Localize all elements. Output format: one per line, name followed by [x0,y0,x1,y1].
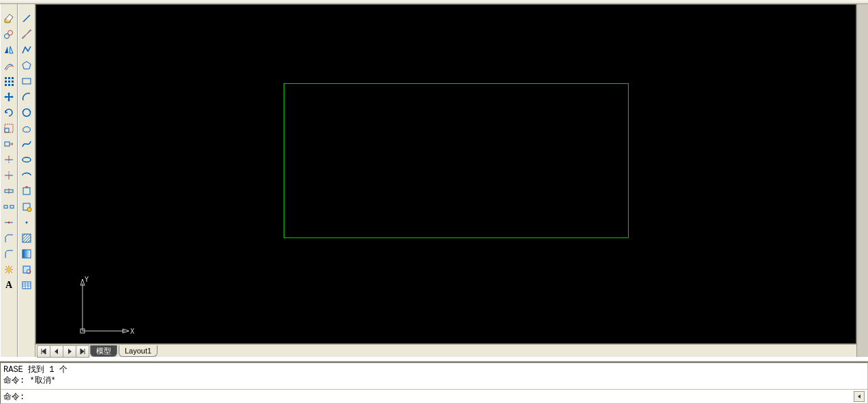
fillet-button[interactable] [1,246,16,261]
svg-rect-10 [8,84,10,86]
offset-button[interactable] [1,58,16,73]
text-icon: A [5,280,12,291]
chevron-left-icon [856,394,862,399]
svg-rect-14 [5,142,10,146]
construction-line-button[interactable] [19,27,34,42]
command-prompt: 命令: [3,391,29,403]
tab-layout1[interactable]: Layout1 [119,345,158,357]
command-scroll-left[interactable] [854,391,865,402]
scale-icon [3,123,14,134]
left-toolbars: A [0,4,35,357]
text-button[interactable]: A [1,278,16,293]
canvas-vertical-scrollbar[interactable] [856,4,868,357]
gradient-button[interactable] [19,246,34,261]
cad-app-window: A [0,0,868,404]
spline-icon [21,139,32,149]
next-icon [66,348,73,355]
erase-icon [3,13,14,24]
array-button[interactable] [1,74,16,89]
history-line: RASE 找到 1 个 [3,365,68,375]
command-area: RASE 找到 1 个 命令: *取消* 命令: [0,357,868,404]
break-point-button[interactable] [1,184,16,199]
chamfer-button[interactable] [1,231,16,246]
arc-button[interactable] [19,89,34,104]
spline-button[interactable] [19,136,34,152]
array-icon [3,76,14,87]
stretch-button[interactable] [1,136,16,152]
revision-cloud-icon [21,123,32,134]
svg-rect-11 [12,84,14,86]
svg-marker-23 [23,61,31,69]
explode-button[interactable] [1,262,16,277]
drawing-canvas[interactable]: Y X [35,4,856,344]
svg-rect-5 [12,77,14,79]
svg-rect-16 [4,205,8,208]
offset-icon [3,60,14,71]
rotate-icon [3,107,14,118]
polyline-icon [21,44,32,55]
revision-cloud-button[interactable] [19,121,34,136]
tab-nav-next[interactable] [63,345,76,358]
drawing-rectangle[interactable] [284,83,629,238]
region-icon [21,264,32,275]
svg-line-22 [23,29,31,39]
break-button[interactable] [1,199,16,214]
ellipse-arc-button[interactable] [19,168,34,183]
last-icon [79,348,86,355]
polygon-button[interactable] [19,58,34,73]
svg-marker-39 [123,329,129,333]
circle-button[interactable] [19,105,34,120]
move-icon [3,91,14,102]
point-button[interactable] [19,215,34,230]
svg-point-18 [8,222,10,224]
line-button[interactable] [19,11,34,26]
svg-rect-4 [8,77,10,79]
mirror-icon [3,44,14,55]
rectangle-icon [21,76,32,87]
polyline-button[interactable] [19,42,34,57]
tab-nav-last[interactable] [76,345,89,358]
scale-button[interactable] [1,121,16,136]
move-button[interactable] [1,89,16,104]
svg-marker-38 [80,279,85,285]
svg-rect-17 [10,205,14,208]
construction-line-icon [21,29,32,40]
canvas-zone: Y X 模型 [35,4,856,357]
rotate-button[interactable] [1,105,16,120]
hatch-button[interactable] [19,231,34,246]
make-block-button[interactable] [19,199,34,214]
first-icon [40,348,47,355]
tab-nav-prev[interactable] [50,345,63,358]
modify-toolbar: A [0,4,18,357]
tab-nav-first[interactable] [37,345,50,358]
extend-icon [3,170,14,181]
erase-button[interactable] [1,11,16,26]
mirror-button[interactable] [1,42,16,57]
copy-button[interactable] [1,27,16,42]
tab-model[interactable]: 模型 [90,345,117,357]
svg-rect-7 [8,81,10,83]
trim-button[interactable] [1,152,16,167]
ellipse-icon [21,154,32,165]
ucs-axis-indicator: Y X [77,275,138,336]
make-block-icon [21,201,32,212]
rectangle-button[interactable] [19,74,34,89]
svg-rect-8 [12,81,14,83]
svg-rect-3 [5,77,7,79]
join-button[interactable] [1,215,16,230]
history-line: 命令: *取消* [3,376,56,386]
svg-rect-27 [23,188,30,194]
svg-rect-35 [23,282,31,289]
extend-button[interactable] [1,168,16,183]
join-icon [3,217,14,228]
command-input[interactable] [29,390,854,403]
table-button[interactable] [19,278,34,293]
svg-point-2 [8,31,13,35]
main-area: A [0,4,868,357]
ellipse-button[interactable] [19,152,34,167]
command-history[interactable]: RASE 找到 1 个 命令: *取消* [0,362,868,390]
insert-block-button[interactable] [19,184,34,199]
break-point-icon [3,186,14,197]
region-button[interactable] [19,262,34,277]
svg-point-30 [26,222,28,224]
